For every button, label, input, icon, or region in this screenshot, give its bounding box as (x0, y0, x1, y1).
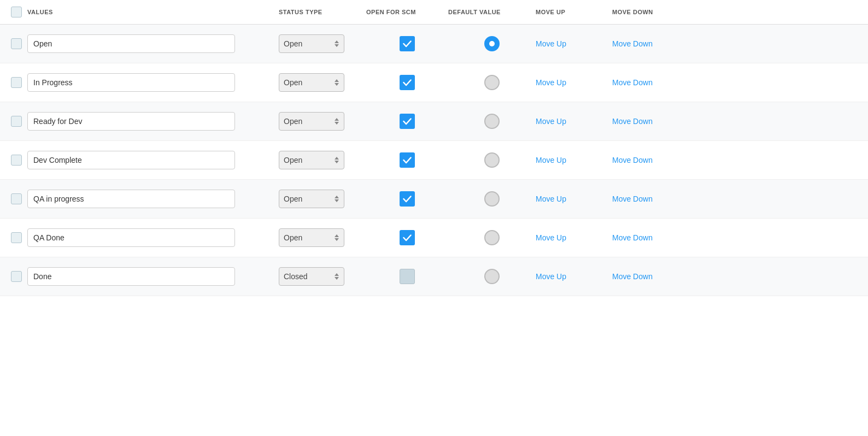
row-checkbox[interactable] (11, 232, 22, 243)
row-select-cell (0, 193, 27, 204)
select-all-checkbox[interactable] (11, 7, 22, 17)
move-down-button[interactable]: Move Down (612, 233, 653, 242)
header-move-up: MOVE UP (536, 9, 612, 15)
row-checkbox[interactable] (11, 193, 22, 204)
move-up-button[interactable]: Move Up (536, 272, 566, 281)
table-row: OpenClosedIn Progress Move UpMove Down (0, 219, 868, 257)
default-value-cell (448, 152, 536, 168)
table-row: OpenClosedIn Progress Move UpMove Down (0, 25, 868, 63)
move-down-button[interactable]: Move Down (612, 39, 653, 48)
default-value-radio[interactable] (484, 36, 500, 51)
move-up-button[interactable]: Move Up (536, 78, 566, 87)
header-select-all-cell (0, 7, 27, 17)
status-type-cell: OpenClosedIn Progress (279, 112, 366, 131)
open-for-scm-cell (366, 75, 448, 90)
open-for-scm-checkbox[interactable] (400, 269, 415, 284)
move-down-cell: Move Down (612, 272, 700, 281)
row-select-cell (0, 38, 27, 49)
status-type-select[interactable]: OpenClosedIn Progress (279, 267, 344, 286)
value-cell (27, 112, 279, 131)
open-for-scm-checkbox[interactable] (400, 75, 415, 90)
default-value-radio[interactable] (484, 191, 500, 207)
open-for-scm-checkbox[interactable] (400, 230, 415, 245)
header-default-value: DEFAULT VALUE (448, 9, 536, 15)
move-up-cell: Move Up (536, 195, 612, 203)
move-up-button[interactable]: Move Up (536, 117, 566, 126)
default-value-radio[interactable] (484, 269, 500, 284)
value-input[interactable] (27, 267, 235, 286)
open-for-scm-cell (366, 191, 448, 207)
open-for-scm-checkbox[interactable] (400, 36, 415, 51)
move-up-cell: Move Up (536, 233, 612, 242)
status-type-select[interactable]: OpenClosedIn Progress (279, 228, 344, 247)
value-input[interactable] (27, 190, 235, 208)
value-cell (27, 267, 279, 286)
move-up-cell: Move Up (536, 272, 612, 281)
row-checkbox[interactable] (11, 271, 22, 282)
row-select-cell (0, 232, 27, 243)
header-values: VALUES (27, 9, 279, 15)
value-cell (27, 34, 279, 53)
open-for-scm-cell (366, 114, 448, 129)
open-for-scm-cell (366, 269, 448, 284)
move-down-button[interactable]: Move Down (612, 117, 653, 126)
default-value-radio[interactable] (484, 114, 500, 129)
status-type-cell: OpenClosedIn Progress (279, 190, 366, 208)
default-value-cell (448, 114, 536, 129)
default-value-radio[interactable] (484, 75, 500, 90)
status-type-select[interactable]: OpenClosedIn Progress (279, 190, 344, 208)
value-input[interactable] (27, 228, 235, 247)
value-input[interactable] (27, 34, 235, 53)
row-select-cell (0, 77, 27, 88)
move-up-button[interactable]: Move Up (536, 39, 566, 48)
row-checkbox[interactable] (11, 155, 22, 166)
header-open-for-scm: OPEN FOR SCM (366, 9, 448, 15)
open-for-scm-checkbox[interactable] (400, 191, 415, 207)
move-up-button[interactable]: Move Up (536, 156, 566, 164)
move-up-cell: Move Up (536, 117, 612, 126)
move-up-cell: Move Up (536, 156, 612, 164)
move-up-button[interactable]: Move Up (536, 233, 566, 242)
status-type-select[interactable]: OpenClosedIn Progress (279, 112, 344, 131)
move-up-button[interactable]: Move Up (536, 195, 566, 203)
status-type-select[interactable]: OpenClosedIn Progress (279, 73, 344, 92)
move-down-cell: Move Down (612, 156, 700, 164)
value-input[interactable] (27, 151, 235, 169)
default-value-radio[interactable] (484, 230, 500, 245)
value-input[interactable] (27, 112, 235, 131)
status-type-cell: OpenClosedIn Progress (279, 34, 366, 53)
status-type-cell: OpenClosedIn Progress (279, 228, 366, 247)
status-type-select[interactable]: OpenClosedIn Progress (279, 34, 344, 53)
move-down-cell: Move Down (612, 39, 700, 48)
row-checkbox[interactable] (11, 38, 22, 49)
table-row: OpenClosedIn Progress Move UpMove Down (0, 63, 868, 102)
move-down-button[interactable]: Move Down (612, 156, 653, 164)
move-down-cell: Move Down (612, 233, 700, 242)
default-value-cell (448, 191, 536, 207)
default-value-cell (448, 75, 536, 90)
open-for-scm-checkbox[interactable] (400, 152, 415, 168)
value-cell (27, 151, 279, 169)
row-select-cell (0, 116, 27, 127)
move-down-button[interactable]: Move Down (612, 195, 653, 203)
status-values-table: VALUES STATUS TYPE OPEN FOR SCM DEFAULT … (0, 0, 868, 296)
status-type-cell: OpenClosedIn Progress (279, 151, 366, 169)
value-cell (27, 190, 279, 208)
status-type-cell: OpenClosedIn Progress (279, 267, 366, 286)
open-for-scm-cell (366, 230, 448, 245)
move-down-button[interactable]: Move Down (612, 272, 653, 281)
row-select-cell (0, 271, 27, 282)
open-for-scm-checkbox[interactable] (400, 114, 415, 129)
status-type-select[interactable]: OpenClosedIn Progress (279, 151, 344, 169)
row-checkbox[interactable] (11, 77, 22, 88)
row-checkbox[interactable] (11, 116, 22, 127)
value-cell (27, 73, 279, 92)
move-down-button[interactable]: Move Down (612, 78, 653, 87)
move-down-cell: Move Down (612, 195, 700, 203)
value-cell (27, 228, 279, 247)
default-value-cell (448, 36, 536, 51)
value-input[interactable] (27, 73, 235, 92)
move-down-cell: Move Down (612, 117, 700, 126)
status-type-cell: OpenClosedIn Progress (279, 73, 366, 92)
default-value-radio[interactable] (484, 152, 500, 168)
